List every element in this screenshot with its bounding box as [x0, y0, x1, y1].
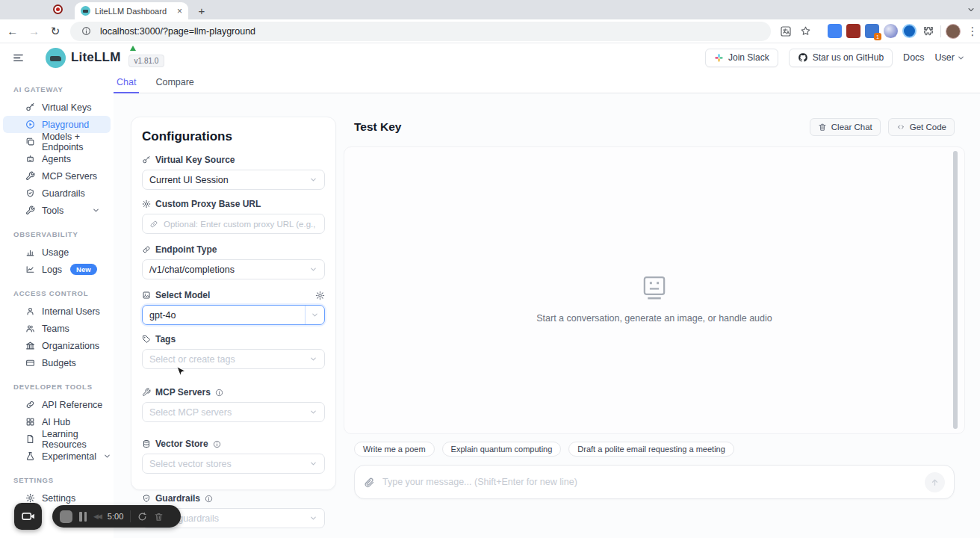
field-label: Tags — [155, 334, 176, 344]
chat-title: Test Key — [354, 120, 401, 134]
sidebar-item-usage[interactable]: Usage — [3, 244, 111, 261]
sidebar-item-internal-users[interactable]: Internal Users — [3, 303, 111, 320]
sidebar-item-agents[interactable]: Agents — [3, 150, 111, 167]
line-chart-icon — [25, 265, 35, 274]
tab-chat[interactable]: Chat — [117, 72, 136, 93]
suggestion-chips: Write me a poem Explain quantum computin… — [354, 442, 965, 457]
info-icon[interactable] — [213, 440, 221, 448]
database-icon — [142, 439, 151, 448]
chat-scrollbar[interactable] — [953, 151, 958, 429]
browser-tab[interactable]: LiteLLM Dashboard × — [75, 2, 188, 19]
sidebar-item-label: Models + Endpoints — [42, 132, 111, 152]
wrench-icon — [25, 171, 35, 181]
image-icon — [142, 291, 151, 300]
docs-link[interactable]: Docs — [903, 52, 924, 63]
back-button[interactable]: ← — [4, 22, 22, 40]
url-text: localhost:3000/?page=llm-playground — [100, 26, 255, 37]
endpoint-type-select[interactable]: /v1/chat/completions — [142, 259, 325, 279]
new-tab-button[interactable]: + — [194, 3, 209, 18]
virtual-key-source-select[interactable]: Current UI Session — [142, 170, 325, 190]
send-button[interactable] — [925, 472, 945, 492]
join-slack-button[interactable]: Join Slack — [705, 49, 778, 67]
browser-menu-icon[interactable]: ⋮ — [965, 24, 980, 39]
restart-record-icon[interactable] — [137, 512, 147, 522]
browser-profile-avatar[interactable] — [946, 24, 961, 39]
sidebar-section-observability: OBSERVABILITY — [13, 230, 114, 238]
rewind-icon[interactable]: ◀◀ — [93, 513, 101, 520]
discard-record-icon[interactable] — [154, 512, 164, 522]
gear-icon — [25, 493, 35, 503]
user-menu[interactable]: User — [935, 52, 965, 63]
url-bar[interactable]: localhost:3000/?page=llm-playground — [70, 22, 771, 41]
sidebar-item-organizations[interactable]: Organizations — [3, 337, 111, 354]
mcp-servers-select[interactable]: Select MCP servers — [142, 402, 325, 422]
configurations-panel: Configurations Virtual Key Source Curren… — [131, 117, 336, 490]
reload-button[interactable]: ↻ — [46, 22, 64, 40]
chip-quantum[interactable]: Explain quantum computing — [442, 442, 562, 457]
recorder-divider — [130, 510, 131, 522]
chip-write-poem[interactable]: Write me a poem — [354, 442, 435, 457]
sidebar-item-api-reference[interactable]: API Reference — [3, 396, 111, 413]
configurations-title: Configurations — [142, 129, 325, 144]
sidebar-toggle-icon[interactable] — [12, 52, 25, 64]
clear-chat-button[interactable]: Clear Chat — [810, 118, 881, 136]
site-info-icon[interactable] — [79, 24, 94, 39]
get-code-button[interactable]: Get Code — [888, 118, 955, 136]
chat-messages-area: Start a conversation, generate an image,… — [344, 146, 965, 434]
extension-icon-1[interactable] — [828, 24, 842, 38]
sidebar-item-label: Budgets — [42, 358, 76, 368]
record-timer: 5:00 — [108, 512, 123, 521]
tags-select[interactable]: Select or create tags — [142, 349, 325, 369]
sidebar-item-budgets[interactable]: Budgets — [3, 354, 111, 371]
translate-icon[interactable] — [778, 24, 793, 39]
sidebar-item-virtual-keys[interactable]: Virtual Keys — [3, 99, 111, 116]
bookmark-star-icon[interactable] — [798, 24, 813, 39]
field-label: Endpoint Type — [155, 244, 217, 255]
sidebar-item-learning-resources[interactable]: Learning Resources — [3, 430, 111, 448]
sidebar-item-models-endpoints[interactable]: Models + Endpoints — [3, 133, 111, 150]
link-icon — [149, 220, 158, 229]
info-icon[interactable] — [205, 495, 213, 503]
wrench-icon — [142, 388, 151, 397]
select-placeholder: Select MCP servers — [149, 407, 232, 418]
close-tab-icon[interactable]: × — [177, 6, 182, 16]
extension-icon-3[interactable]: 1 — [865, 24, 879, 38]
sidebar-item-experimental[interactable]: Experimental — [3, 448, 111, 465]
chip-polite-email[interactable]: Draft a polite email requesting a meetin… — [568, 442, 734, 457]
select-model-label-row: Select Model — [142, 290, 325, 300]
app-header: LiteLLM v1.81.0 Join Slack Star us on Gi… — [0, 43, 980, 72]
version-up-arrow-icon — [130, 46, 136, 51]
model-settings-gear-icon[interactable] — [315, 291, 325, 300]
sidebar-item-mcp-servers[interactable]: MCP Servers — [3, 167, 111, 185]
sidebar-item-logs[interactable]: Logs New — [3, 261, 111, 278]
extensions-puzzle-icon[interactable] — [921, 24, 936, 39]
custom-proxy-input[interactable] — [164, 220, 317, 229]
sidebar-item-teams[interactable]: Teams — [3, 320, 111, 337]
tab-compare[interactable]: Compare — [155, 72, 193, 93]
select-model-select[interactable]: gpt-4o — [142, 305, 325, 325]
forward-button[interactable]: → — [25, 22, 43, 40]
sidebar-item-tools[interactable]: Tools — [3, 202, 111, 219]
stop-record-button[interactable] — [60, 510, 72, 523]
extension-icon-2[interactable] — [846, 24, 860, 38]
sidebar-item-label: AI Hub — [42, 417, 70, 427]
message-input[interactable] — [382, 477, 917, 487]
app-logo[interactable]: LiteLLM — [46, 48, 121, 68]
star-github-button[interactable]: Star us on GitHub — [789, 49, 893, 67]
extension-icon-5[interactable] — [902, 24, 917, 38]
field-label: Virtual Key Source — [155, 155, 235, 165]
bar-chart-icon — [25, 247, 35, 257]
code-icon — [896, 123, 905, 132]
tools-icon — [25, 205, 35, 215]
extension-icon-4[interactable] — [884, 24, 898, 38]
tab-strip-chevron-icon[interactable] — [967, 5, 976, 14]
sidebar: AI GATEWAY Virtual Keys Playground Model… — [0, 72, 114, 538]
select-value: gpt-4o — [149, 310, 176, 321]
recorder-camera-button[interactable] — [14, 503, 42, 530]
attachment-paperclip-icon[interactable] — [364, 477, 375, 488]
link-icon — [142, 245, 151, 254]
sidebar-item-guardrails[interactable]: Guardrails — [3, 185, 111, 202]
info-icon[interactable] — [215, 389, 223, 397]
pause-button[interactable] — [79, 512, 87, 522]
vector-store-select[interactable]: Select vector stores — [142, 454, 325, 474]
